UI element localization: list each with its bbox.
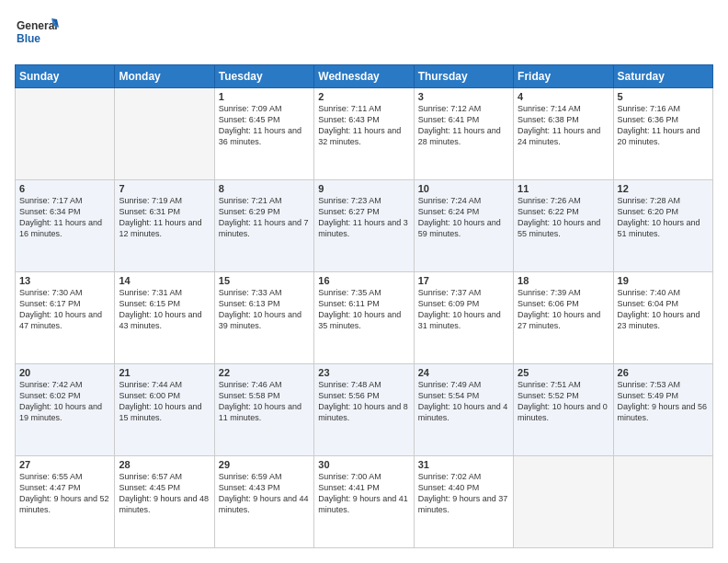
day-content: Sunrise: 7:11 AM Sunset: 6:43 PM Dayligh… — [318, 103, 409, 148]
day-content: Sunrise: 7:49 AM Sunset: 5:54 PM Dayligh… — [418, 379, 509, 424]
calendar-cell: 17Sunrise: 7:37 AM Sunset: 6:09 PM Dayli… — [414, 272, 513, 364]
day-number: 22 — [219, 367, 310, 378]
day-number: 9 — [318, 183, 409, 194]
calendar-cell: 18Sunrise: 7:39 AM Sunset: 6:06 PM Dayli… — [514, 272, 613, 364]
svg-text:General: General — [17, 19, 58, 32]
day-header-sunday: Sunday — [16, 65, 115, 88]
logo: General Blue — [15, 15, 61, 55]
day-number: 1 — [219, 91, 310, 102]
day-content: Sunrise: 7:21 AM Sunset: 6:29 PM Dayligh… — [219, 195, 310, 240]
day-number: 26 — [618, 367, 709, 378]
day-number: 16 — [318, 275, 409, 286]
day-number: 18 — [518, 275, 609, 286]
calendar-cell — [613, 456, 712, 548]
day-number: 31 — [418, 459, 509, 470]
day-content: Sunrise: 7:44 AM Sunset: 6:00 PM Dayligh… — [119, 379, 210, 424]
day-number: 4 — [518, 91, 609, 102]
calendar-cell: 27Sunrise: 6:55 AM Sunset: 4:47 PM Dayli… — [16, 456, 115, 548]
calendar-cell: 31Sunrise: 7:02 AM Sunset: 4:40 PM Dayli… — [414, 456, 513, 548]
calendar-week-1: 1Sunrise: 7:09 AM Sunset: 6:45 PM Daylig… — [16, 88, 713, 180]
calendar-cell: 23Sunrise: 7:48 AM Sunset: 5:56 PM Dayli… — [314, 364, 414, 456]
calendar-cell: 21Sunrise: 7:44 AM Sunset: 6:00 PM Dayli… — [115, 364, 214, 456]
calendar-cell: 10Sunrise: 7:24 AM Sunset: 6:24 PM Dayli… — [414, 180, 513, 272]
day-content: Sunrise: 7:39 AM Sunset: 6:06 PM Dayligh… — [518, 287, 609, 332]
calendar-cell: 19Sunrise: 7:40 AM Sunset: 6:04 PM Dayli… — [613, 272, 712, 364]
day-number: 10 — [418, 183, 509, 194]
calendar-cell: 22Sunrise: 7:46 AM Sunset: 5:58 PM Dayli… — [214, 364, 313, 456]
day-content: Sunrise: 7:09 AM Sunset: 6:45 PM Dayligh… — [219, 103, 310, 148]
day-content: Sunrise: 7:51 AM Sunset: 5:52 PM Dayligh… — [518, 379, 609, 424]
calendar-cell: 28Sunrise: 6:57 AM Sunset: 4:45 PM Dayli… — [115, 456, 214, 548]
day-number: 25 — [518, 367, 609, 378]
day-number: 5 — [618, 91, 709, 102]
calendar-header-row: SundayMondayTuesdayWednesdayThursdayFrid… — [16, 65, 713, 88]
day-number: 27 — [19, 459, 110, 470]
calendar-cell: 26Sunrise: 7:53 AM Sunset: 5:49 PM Dayli… — [613, 364, 712, 456]
calendar-week-2: 6Sunrise: 7:17 AM Sunset: 6:34 PM Daylig… — [16, 180, 713, 272]
page: General Blue SundayMondayTuesdayWednesda… — [0, 0, 728, 563]
day-number: 29 — [219, 459, 310, 470]
day-content: Sunrise: 7:28 AM Sunset: 6:20 PM Dayligh… — [618, 195, 709, 240]
day-content: Sunrise: 7:31 AM Sunset: 6:15 PM Dayligh… — [119, 287, 210, 332]
day-header-monday: Monday — [115, 65, 214, 88]
day-header-thursday: Thursday — [414, 65, 513, 88]
day-number: 14 — [119, 275, 210, 286]
day-number: 19 — [618, 275, 709, 286]
svg-text:Blue: Blue — [17, 32, 40, 45]
day-content: Sunrise: 7:33 AM Sunset: 6:13 PM Dayligh… — [219, 287, 310, 332]
day-content: Sunrise: 6:55 AM Sunset: 4:47 PM Dayligh… — [19, 471, 110, 516]
day-header-saturday: Saturday — [613, 65, 712, 88]
calendar-cell — [115, 88, 214, 180]
day-content: Sunrise: 7:26 AM Sunset: 6:22 PM Dayligh… — [518, 195, 609, 240]
calendar-week-5: 27Sunrise: 6:55 AM Sunset: 4:47 PM Dayli… — [16, 456, 713, 548]
calendar-cell: 4Sunrise: 7:14 AM Sunset: 6:38 PM Daylig… — [514, 88, 613, 180]
calendar-cell: 12Sunrise: 7:28 AM Sunset: 6:20 PM Dayli… — [613, 180, 712, 272]
calendar-cell: 2Sunrise: 7:11 AM Sunset: 6:43 PM Daylig… — [314, 88, 414, 180]
calendar-cell: 14Sunrise: 7:31 AM Sunset: 6:15 PM Dayli… — [115, 272, 214, 364]
day-content: Sunrise: 7:30 AM Sunset: 6:17 PM Dayligh… — [19, 287, 110, 332]
calendar-cell: 13Sunrise: 7:30 AM Sunset: 6:17 PM Dayli… — [16, 272, 115, 364]
day-number: 30 — [318, 459, 409, 470]
day-number: 17 — [418, 275, 509, 286]
day-number: 2 — [318, 91, 409, 102]
calendar-cell: 20Sunrise: 7:42 AM Sunset: 6:02 PM Dayli… — [16, 364, 115, 456]
calendar-cell: 3Sunrise: 7:12 AM Sunset: 6:41 PM Daylig… — [414, 88, 513, 180]
calendar-cell — [16, 88, 115, 180]
day-content: Sunrise: 6:57 AM Sunset: 4:45 PM Dayligh… — [119, 471, 210, 516]
calendar-cell: 9Sunrise: 7:23 AM Sunset: 6:27 PM Daylig… — [314, 180, 414, 272]
calendar-cell: 1Sunrise: 7:09 AM Sunset: 6:45 PM Daylig… — [214, 88, 313, 180]
day-content: Sunrise: 7:46 AM Sunset: 5:58 PM Dayligh… — [219, 379, 310, 424]
day-number: 13 — [19, 275, 110, 286]
calendar-cell: 15Sunrise: 7:33 AM Sunset: 6:13 PM Dayli… — [214, 272, 313, 364]
day-number: 8 — [219, 183, 310, 194]
day-number: 24 — [418, 367, 509, 378]
calendar-week-4: 20Sunrise: 7:42 AM Sunset: 6:02 PM Dayli… — [16, 364, 713, 456]
calendar-cell: 6Sunrise: 7:17 AM Sunset: 6:34 PM Daylig… — [16, 180, 115, 272]
day-header-wednesday: Wednesday — [314, 65, 414, 88]
calendar-cell: 30Sunrise: 7:00 AM Sunset: 4:41 PM Dayli… — [314, 456, 414, 548]
day-header-friday: Friday — [514, 65, 613, 88]
day-content: Sunrise: 7:12 AM Sunset: 6:41 PM Dayligh… — [418, 103, 509, 148]
day-content: Sunrise: 7:35 AM Sunset: 6:11 PM Dayligh… — [318, 287, 409, 332]
calendar-cell: 24Sunrise: 7:49 AM Sunset: 5:54 PM Dayli… — [414, 364, 513, 456]
calendar-table: SundayMondayTuesdayWednesdayThursdayFrid… — [15, 64, 713, 548]
day-content: Sunrise: 7:14 AM Sunset: 6:38 PM Dayligh… — [518, 103, 609, 148]
day-content: Sunrise: 7:53 AM Sunset: 5:49 PM Dayligh… — [618, 379, 709, 424]
day-content: Sunrise: 7:42 AM Sunset: 6:02 PM Dayligh… — [19, 379, 110, 424]
day-content: Sunrise: 6:59 AM Sunset: 4:43 PM Dayligh… — [219, 471, 310, 516]
calendar-cell: 25Sunrise: 7:51 AM Sunset: 5:52 PM Dayli… — [514, 364, 613, 456]
day-number: 11 — [518, 183, 609, 194]
header: General Blue — [15, 15, 713, 55]
day-header-tuesday: Tuesday — [214, 65, 313, 88]
day-content: Sunrise: 7:48 AM Sunset: 5:56 PM Dayligh… — [318, 379, 409, 424]
logo-svg: General Blue — [15, 15, 61, 55]
day-content: Sunrise: 7:19 AM Sunset: 6:31 PM Dayligh… — [119, 195, 210, 240]
calendar-cell: 11Sunrise: 7:26 AM Sunset: 6:22 PM Dayli… — [514, 180, 613, 272]
day-content: Sunrise: 7:37 AM Sunset: 6:09 PM Dayligh… — [418, 287, 509, 332]
day-number: 15 — [219, 275, 310, 286]
day-content: Sunrise: 7:17 AM Sunset: 6:34 PM Dayligh… — [19, 195, 110, 240]
calendar-cell: 8Sunrise: 7:21 AM Sunset: 6:29 PM Daylig… — [214, 180, 313, 272]
day-number: 21 — [119, 367, 210, 378]
calendar-cell: 16Sunrise: 7:35 AM Sunset: 6:11 PM Dayli… — [314, 272, 414, 364]
day-number: 20 — [19, 367, 110, 378]
